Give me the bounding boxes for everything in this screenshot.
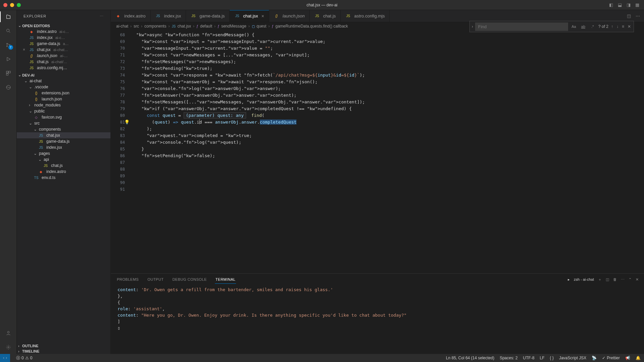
code-content[interactable]: "kw">async "kw">function "fn">sendMessag…	[131, 30, 644, 273]
close-panel-icon[interactable]: ✕	[636, 277, 639, 282]
find-expand-icon[interactable]: ›	[472, 24, 473, 29]
open-editor-item[interactable]: {}launch.jsonai-…	[17, 53, 110, 59]
prettier-status[interactable]: ✓ Prettier	[602, 356, 620, 360]
terminal-tab[interactable]: TERMINAL	[215, 277, 236, 284]
encoding[interactable]: UTF-8	[523, 356, 535, 360]
file-item[interactable]: JSgame-data.js	[17, 138, 110, 144]
language-mode[interactable]: JavaScript JSX	[559, 356, 586, 360]
find-close-icon[interactable]: ✕	[627, 24, 632, 29]
close-window-button[interactable]	[3, 3, 7, 7]
minimize-window-button[interactable]	[10, 3, 14, 7]
terminal-shell-label[interactable]: zsh - ai-chat	[574, 277, 594, 281]
explorer-icon[interactable]	[4, 13, 12, 21]
close-editor-icon[interactable]: ×	[23, 47, 28, 52]
file-item[interactable]: ◇favicon.svg	[17, 114, 110, 120]
compare-changes-icon[interactable]: ◫	[627, 13, 631, 18]
editor-tab[interactable]: JSchat.jsx×	[230, 10, 269, 22]
open-editor-item[interactable]: JSgame-data.jsa…	[17, 41, 110, 47]
maximize-panel-icon[interactable]: ⌃	[629, 277, 632, 282]
folder-item[interactable]: ⌄src	[17, 120, 110, 126]
open-editor-item[interactable]: ×JSchat.jsxai-chat…	[17, 47, 110, 53]
settings-gear-icon[interactable]	[4, 343, 12, 351]
output-tab[interactable]: OUTPUT	[147, 277, 164, 281]
folder-item[interactable]: ›node_modules	[17, 102, 110, 108]
timeline-header[interactable]: ›TIMELINE	[17, 349, 110, 354]
search-icon[interactable]	[4, 27, 12, 35]
breadcrumb-item[interactable]: ai-chat	[116, 24, 128, 29]
edge-tools-icon[interactable]	[4, 83, 12, 91]
problems-tab[interactable]: PROBLEMS	[116, 277, 139, 281]
breadcrumb-item[interactable]: JS chat.jsx	[172, 24, 191, 29]
editor-tab[interactable]: JSastro.config.mjs	[341, 10, 390, 22]
file-item[interactable]: TSenv.d.ts	[17, 175, 110, 181]
breadcrumb-item[interactable]: src	[134, 24, 139, 29]
editor-tab[interactable]: ◆index.astro	[111, 10, 151, 22]
find-selection-icon[interactable]: ≡	[621, 24, 625, 29]
open-editor-item[interactable]: JSindex.jsxai-c…	[17, 35, 110, 41]
close-tab-icon[interactable]: ×	[261, 13, 264, 19]
language-braces-icon[interactable]: { }	[550, 356, 554, 360]
terminal-output[interactable]: content: 'Dr. Owen gets a refill from th…	[111, 285, 644, 354]
more-actions-icon[interactable]: ⋯	[636, 13, 640, 18]
new-terminal-icon[interactable]: ＋	[598, 277, 602, 282]
breadcrumb-item[interactable]: ƒ sendMessage	[218, 24, 246, 29]
panel-left-icon[interactable]: ◧	[608, 2, 614, 8]
split-terminal-icon[interactable]: ◫	[606, 277, 609, 282]
breadcrumb-item[interactable]: components	[144, 24, 166, 29]
debug-console-tab[interactable]: DEBUG CONSOLE	[172, 277, 207, 281]
open-editor-item[interactable]: ◆index.astroai-c…	[17, 29, 110, 35]
editor-tab[interactable]: JSindex.jsx	[151, 10, 186, 22]
open-editor-item[interactable]: JSchat.jsai-chat/…	[17, 59, 110, 65]
indentation[interactable]: Spaces: 2	[500, 356, 517, 360]
match-case-icon[interactable]: Aa	[570, 23, 578, 30]
folder-item[interactable]: ⌄.vscode	[17, 84, 110, 90]
panel-right-icon[interactable]: ◨	[625, 2, 632, 8]
whole-word-icon[interactable]: ab	[580, 23, 587, 30]
folder-item[interactable]: ⌄ai-chat	[17, 78, 110, 84]
folder-item[interactable]: ⌄pages	[17, 150, 110, 156]
editor-tab[interactable]: JSchat.js	[310, 10, 341, 22]
open-editors-header[interactable]: ⌄OPEN EDITORS	[17, 23, 110, 29]
code-editor[interactable]: 6869707172737475767778798081828384858687…	[111, 30, 644, 273]
project-header[interactable]: ⌄DEV-AI	[17, 72, 110, 78]
file-item[interactable]: JSindex.jsx	[17, 144, 110, 150]
remote-indicator[interactable]	[0, 354, 10, 362]
errors-item[interactable]: ⓧ 0 ⚠ 0	[16, 355, 32, 361]
kill-terminal-icon[interactable]: 🗑	[613, 277, 617, 281]
extensions-icon[interactable]	[4, 69, 12, 77]
open-editor-item[interactable]: JSastro.config.mj…	[17, 65, 110, 71]
find-prev-icon[interactable]: ↑	[610, 24, 614, 29]
file-item[interactable]: ◆index.astro	[17, 169, 110, 175]
editor-tab[interactable]: JSgame-data.js	[186, 10, 230, 22]
account-icon[interactable]	[4, 329, 12, 337]
lightbulb-icon[interactable]: 💡	[124, 119, 130, 126]
file-item[interactable]: {}launch.json	[17, 96, 110, 102]
maximize-window-button[interactable]	[17, 3, 21, 7]
breadcrumb-item[interactable]: ▢ quest	[252, 24, 267, 29]
outline-header[interactable]: ›OUTLINE	[17, 343, 110, 349]
notifications-icon[interactable]: 🔔	[636, 356, 641, 360]
find-input[interactable]	[475, 22, 568, 31]
editor-tab[interactable]: {}launch.json	[269, 10, 310, 22]
cursor-position[interactable]: Ln 85, Col 64 (14 selected)	[446, 356, 494, 360]
breadcrumb-item[interactable]: ƒ default	[196, 24, 212, 29]
file-item[interactable]: JSchat.jsx	[17, 132, 110, 138]
layout-grid-icon[interactable]: ▦	[634, 2, 641, 8]
eol[interactable]: LF	[540, 356, 545, 360]
file-item[interactable]: {}extensions.json	[17, 90, 110, 96]
breadcrumb-item[interactable]: ƒ gameRuntimeData.quests.find() callback	[272, 24, 348, 29]
file-item[interactable]: JSchat.js	[17, 163, 110, 169]
find-next-icon[interactable]: ↓	[616, 24, 619, 29]
folder-item[interactable]: ⌄api	[17, 156, 110, 163]
folder-item[interactable]: ⌄public	[17, 108, 110, 114]
terminal-profile-icon[interactable]: ▸	[568, 277, 570, 282]
feedback-icon[interactable]: 📢	[625, 356, 630, 360]
source-control-icon[interactable]: 7	[4, 41, 12, 49]
panel-bottom-icon[interactable]: ⬓	[616, 2, 623, 8]
explorer-more-icon[interactable]: ⋯	[100, 14, 104, 18]
terminal-more-icon[interactable]: ⋯	[621, 277, 625, 282]
go-live-icon[interactable]: 📡	[592, 356, 597, 360]
folder-item[interactable]: ⌄components	[17, 126, 110, 132]
regex-icon[interactable]: .*	[589, 23, 596, 30]
run-debug-icon[interactable]	[4, 55, 12, 63]
